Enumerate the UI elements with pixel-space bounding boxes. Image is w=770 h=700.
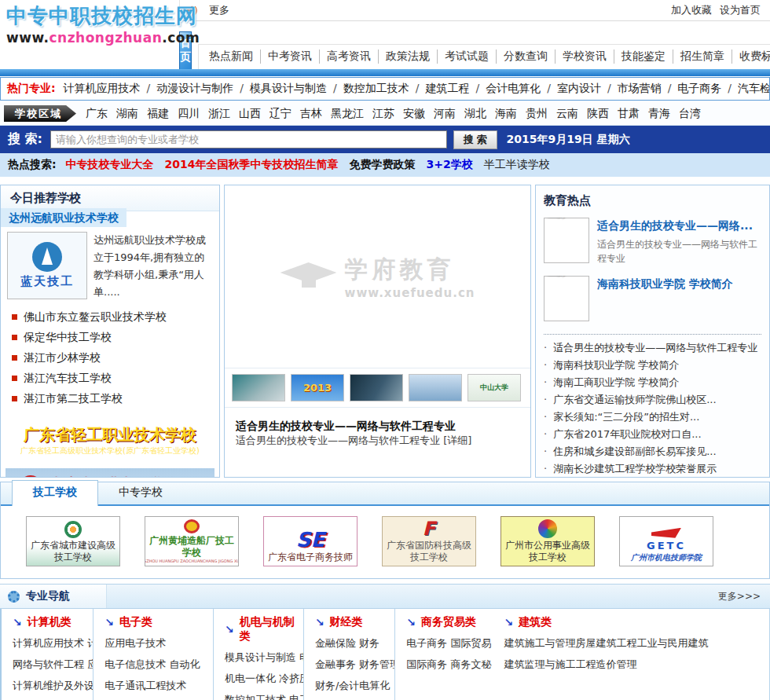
- region-link[interactable]: 广东: [86, 107, 108, 121]
- hot-major-link[interactable]: 数控加工技术: [327, 82, 409, 94]
- hot-major-link[interactable]: 市场营销: [601, 82, 662, 94]
- region-link[interactable]: 辽宁: [270, 107, 292, 121]
- region-link[interactable]: 吉林: [300, 107, 322, 121]
- major-category-link[interactable]: 建筑类: [519, 615, 552, 629]
- region-link[interactable]: 湖南: [116, 107, 138, 121]
- region-link[interactable]: 陕西: [587, 107, 609, 121]
- carousel-thumb[interactable]: [350, 374, 403, 401]
- school-link[interactable]: 湛江市第二技工学校: [24, 393, 123, 405]
- recommended-school-link[interactable]: 达州远航职业技术学校: [1, 208, 126, 227]
- major-link[interactable]: 电子商务 国际贸易: [406, 637, 491, 649]
- region-link[interactable]: 甘肃: [618, 107, 640, 121]
- region-link[interactable]: 山西: [239, 107, 261, 121]
- major-link[interactable]: 财务/会计电算化: [315, 680, 390, 691]
- major-link[interactable]: 模具设计与制造 电梯安装与维修: [225, 651, 304, 663]
- carousel-thumb[interactable]: 中山大学: [468, 374, 521, 401]
- region-link[interactable]: 海南: [495, 107, 517, 121]
- nav-item[interactable]: 中考资讯: [260, 49, 319, 64]
- carousel-thumb[interactable]: 2013: [291, 374, 344, 401]
- tab-secondary-schools[interactable]: 中专学校: [98, 481, 183, 504]
- hot-major-link[interactable]: 模具设计与制造: [233, 82, 327, 94]
- hot-major-link[interactable]: 室内设计: [541, 82, 601, 94]
- major-link[interactable]: 工程造价管理: [576, 658, 637, 670]
- nav-item[interactable]: 政策法规: [378, 49, 437, 64]
- major-link[interactable]: 网络与软件工程 应用硬件与维护: [13, 658, 94, 670]
- banner-hunan-trade[interactable]: M 湖南省工业贸易学校 Hunan Province industry trad…: [6, 468, 214, 478]
- major-link[interactable]: 建筑施工与管理: [504, 637, 576, 649]
- hot-major-link[interactable]: 计算机应用技术: [64, 82, 141, 94]
- major-category-link[interactable]: 机电与机制类: [240, 615, 303, 643]
- major-link[interactable]: 电子通讯工程技术: [104, 680, 186, 691]
- add-favorite-link[interactable]: 加入收藏: [671, 3, 712, 17]
- nav-item[interactable]: 招生简章: [673, 49, 732, 64]
- region-link[interactable]: 贵州: [526, 107, 548, 121]
- region-link[interactable]: 江苏: [372, 107, 394, 121]
- news-link[interactable]: 广东省交通运输技师学院佛山校区...: [553, 391, 716, 409]
- more-majors-link[interactable]: 更多>>>: [718, 590, 761, 603]
- news-link[interactable]: 海南工商职业学院 学校简介: [553, 374, 679, 391]
- major-link[interactable]: 数控加工技术 电工与制冷技术: [225, 694, 304, 700]
- region-link[interactable]: 台湾: [679, 107, 701, 121]
- school-logo-card[interactable]: SE 广东省电子商务技师: [263, 516, 358, 566]
- tab-technical-schools[interactable]: 技工学校: [12, 480, 98, 506]
- hot-search-link[interactable]: 半工半读学校: [484, 158, 550, 170]
- news-title-link[interactable]: 适合男生的技校专业——网络...: [597, 218, 761, 233]
- carousel-thumb[interactable]: [232, 374, 285, 401]
- news-link[interactable]: 住房和城乡建设部副部长易军接见...: [553, 443, 716, 460]
- major-category-link[interactable]: 电子类: [119, 615, 152, 629]
- site-logo[interactable]: 中专中职技校招生网 www.cnzhongzhuan.com: [6, 2, 179, 46]
- search-input[interactable]: [50, 130, 447, 148]
- region-link[interactable]: 安徽: [403, 107, 425, 121]
- major-link[interactable]: 房屋建筑工程: [576, 637, 637, 649]
- region-link[interactable]: 青海: [648, 107, 670, 121]
- school-logo-card[interactable]: 广州市公用事业高级技工学校: [500, 516, 595, 566]
- news-thumbnail[interactable]: 高考查分: [544, 218, 589, 263]
- major-link[interactable]: 计算机维护及外设维修: [13, 680, 94, 691]
- region-link[interactable]: 湖北: [464, 107, 486, 121]
- hot-major-link[interactable]: 汽车检测与维修: [721, 82, 770, 94]
- search-button[interactable]: 搜 索: [453, 130, 497, 149]
- hot-search-link[interactable]: 3+2学校: [427, 158, 473, 170]
- hot-major-link[interactable]: 会计电算化: [469, 82, 541, 94]
- nav-item[interactable]: 热点新闻: [202, 49, 260, 64]
- hot-search-link[interactable]: 2014年全国秋季中专技校招生简章: [165, 158, 339, 170]
- major-link[interactable]: 计算机应用技术 计算机网络技术: [13, 637, 94, 649]
- region-link[interactable]: 云南: [556, 107, 578, 121]
- school-link[interactable]: 佛山市东立鳌云职业技术学校: [24, 311, 167, 323]
- major-link[interactable]: 工业与民用建筑: [637, 637, 709, 649]
- nav-item[interactable]: 学校资讯: [555, 49, 614, 64]
- more-link[interactable]: 更多: [209, 3, 229, 17]
- major-category-link[interactable]: 财经类: [330, 615, 363, 629]
- news-link[interactable]: 家长须知:“三二分段”的招生对...: [553, 409, 699, 426]
- news-thumbnail[interactable]: 高考查分: [544, 276, 589, 321]
- hot-major-link[interactable]: 电子商务: [662, 82, 722, 94]
- region-link[interactable]: 福建: [147, 107, 169, 121]
- nav-item[interactable]: 考试试题: [437, 49, 496, 64]
- nav-item[interactable]: 高考资讯: [319, 49, 378, 64]
- nav-item[interactable]: 技能鉴定: [614, 49, 673, 64]
- region-link[interactable]: 四川: [178, 107, 200, 121]
- school-logo-card[interactable]: 广东省城市建设高级技工学校: [26, 516, 120, 566]
- school-logo-lantian[interactable]: 蓝天技工: [7, 232, 87, 299]
- major-link[interactable]: 电子信息技术 自动化: [104, 658, 200, 670]
- region-link[interactable]: 黑龙江: [331, 107, 364, 121]
- major-link[interactable]: 应用电子技术: [104, 637, 166, 649]
- carousel-caption-title[interactable]: 适合男生的技校专业——网络与软件工程专业: [236, 420, 456, 432]
- nav-item[interactable]: 分数查询: [496, 49, 555, 64]
- major-link[interactable]: 金融事务 财务管理: [315, 658, 395, 670]
- school-logo-card[interactable]: GETC 广州市机电技师学院: [619, 516, 713, 566]
- major-link[interactable]: 金融保险 财务: [315, 637, 380, 649]
- banner-guangdong-qinggong[interactable]: 广东省轻工职业技术学校 广东省轻工高级职业技术学校(原广东省轻工业学校): [1, 424, 219, 456]
- major-link[interactable]: 国际商务 商务文秘: [406, 658, 491, 670]
- school-link[interactable]: 保定华中技工学校: [24, 332, 112, 343]
- hot-major-link[interactable]: 动漫设计与制作: [141, 82, 234, 94]
- news-title-link[interactable]: 海南科技职业学院 学校简介: [597, 276, 733, 291]
- nav-item[interactable]: 收费标准: [732, 49, 770, 64]
- school-logo-card[interactable]: F 广东省国防科技高级技工学校: [382, 516, 476, 566]
- detail-link[interactable]: [详细]: [443, 434, 471, 446]
- hot-major-link[interactable]: 建筑工程: [409, 82, 470, 94]
- major-category-link[interactable]: 商务贸易类: [421, 615, 476, 629]
- carousel-image[interactable]: 学府教育 www.xuefuedu.cn: [225, 185, 530, 368]
- school-link[interactable]: 湛江市少林学校: [24, 352, 101, 364]
- region-link[interactable]: 河南: [434, 107, 456, 121]
